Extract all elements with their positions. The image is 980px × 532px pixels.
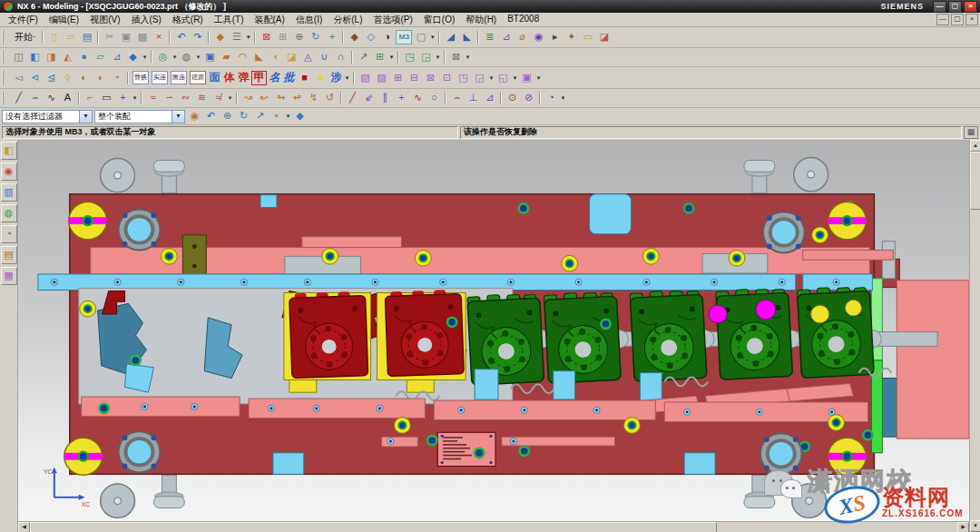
sm-flange-icon[interactable]: ◅ [11,71,26,85]
open-file-icon[interactable]: ▱ [63,30,78,44]
name-plate[interactable] [437,432,495,466]
magenta-insert[interactable] [756,300,776,320]
assembly-constraints-icon[interactable]: ⊞ [390,71,406,85]
chamfer-icon[interactable]: ◣ [251,50,267,64]
tangent-line-icon[interactable]: ⊿ [482,91,497,105]
right-extension-plates[interactable] [871,241,969,453]
scroll-right-arrow[interactable]: ▶ [957,522,969,532]
circle-center-icon[interactable]: ◔ [544,91,559,105]
body-button[interactable]: 体 [222,71,236,85]
spline-icon[interactable]: ∿ [44,91,59,105]
conic-icon[interactable]: ○ [426,91,442,105]
die-station-green-2[interactable] [544,291,621,383]
constraint-nav-icon[interactable]: ⊿ [498,30,514,44]
chevron-down-icon[interactable]: ▼ [172,111,184,123]
dropdown-arrow[interactable]: ▾ [512,71,518,85]
wave-geometry-icon[interactable]: ◳ [456,71,471,85]
yellow-cube-icon[interactable]: ■ [313,71,328,85]
menu-item[interactable]: 工具(T) [210,14,249,26]
cyan-lifter-rail[interactable] [38,274,872,291]
spring-button[interactable]: 弹 [237,71,250,85]
rectangle-icon[interactable]: ▭ [99,91,114,105]
render-style-button[interactable]: M3 [396,30,412,44]
sketch-icon[interactable]: ⊿ [109,50,124,64]
dropdown-arrow[interactable]: ▾ [344,71,350,85]
suppress-component-icon[interactable]: ⊡ [439,71,455,85]
wave-link-icon[interactable]: ◳ [402,50,417,64]
edge-blend-icon[interactable]: ◠ [235,50,250,64]
trim-body-icon[interactable]: ◪ [284,50,299,64]
mirror-feature-icon[interactable]: ◬ [300,50,316,64]
pull-face-icon[interactable]: ◣ [459,30,475,44]
unite-icon[interactable]: ∪ [317,50,332,64]
die-station-red-2[interactable] [385,290,464,377]
assembly-navigator-icon[interactable]: ◧ [1,142,17,160]
stretch-curve-icon[interactable]: ∾ [178,91,193,105]
die-station-red-1[interactable] [289,291,368,379]
fit-curve-icon[interactable]: ∿ [410,91,426,105]
datum-plane-icon[interactable]: ▱ [93,50,108,64]
vertical-scroll-thumb[interactable] [970,152,980,210]
line-icon[interactable]: ╱ [11,91,26,105]
format-sheet-icon[interactable]: ◪ [596,30,612,44]
close-button[interactable]: × [964,1,977,13]
scroll-left-arrow[interactable]: ◀ [18,522,30,532]
replace-component-icon[interactable]: ⊠ [423,71,438,85]
explode-icon[interactable]: ▣ [519,71,534,85]
pocket-icon[interactable]: ▣ [202,50,218,64]
angled-line-icon[interactable]: ⇙ [361,91,377,105]
vector-icon[interactable]: ↗ [252,109,268,123]
she-button[interactable]: 涉 [329,71,343,85]
sequence-icon[interactable]: ◱ [495,71,511,85]
wireframe-view-icon[interactable]: ◇ [363,30,378,44]
salmon-extension-plate[interactable] [897,281,969,438]
sm-bend-icon[interactable]: ◊ [60,71,75,85]
restore-button[interactable]: ▢ [948,1,962,13]
ruler-icon[interactable]: ▭ [580,30,595,44]
menu-item[interactable]: 窗口(O) [419,14,459,26]
display-part-icon[interactable]: ◫ [11,50,26,64]
reuse-library-icon[interactable]: ◍ [1,204,17,222]
circle-icon[interactable]: ⊙ [505,91,520,105]
pad-icon[interactable]: ▰ [219,50,234,64]
profile-icon[interactable]: ⌐ [83,91,98,105]
dropdown-arrow[interactable]: ▾ [227,91,233,105]
sm-rebend-icon[interactable]: ◗ [93,71,108,85]
delete-icon[interactable]: × [151,30,166,44]
selection-scope-combo[interactable]: 整个装配 ▼ [94,110,185,123]
studio-point-icon[interactable]: + [115,91,131,105]
dropdown-arrow[interactable]: ▾ [142,50,148,64]
start-menu-button[interactable]: 开始· [11,30,39,44]
promote-body-icon[interactable]: ◲ [418,50,434,64]
name-button[interactable]: 名 [268,71,281,85]
rotate-view-icon[interactable]: ↻ [308,30,323,44]
hole-icon[interactable]: ◎ [155,50,171,64]
yellow-insert[interactable] [811,305,829,323]
sm-hem-icon[interactable]: ⊴ [44,71,59,85]
redo-icon[interactable]: ↷ [190,30,205,44]
sphere-icon[interactable]: ● [76,50,92,64]
move-component-icon[interactable]: ▨ [374,71,389,85]
zoom-window-icon[interactable]: ⊞ [275,30,290,44]
project-curve-icon[interactable]: ↫ [289,91,305,105]
dropdown-arrow[interactable]: ▾ [172,50,178,64]
sm-contour-flange-icon[interactable]: ⊲ [27,71,43,85]
die-station-green-4[interactable] [716,287,793,379]
magenta-insert[interactable] [709,305,727,323]
red-cube-icon[interactable]: ■ [297,71,312,85]
menu-item[interactable]: 插入(S) [126,14,165,26]
sm-unbend-icon[interactable]: ◐ [76,71,92,85]
doc-minimize-button[interactable]: — [936,14,949,25]
add-component-icon[interactable]: ▧ [358,71,373,85]
sm-punch-icon[interactable]: ◔ [109,71,124,85]
status-grid-icon[interactable]: ▦ [964,126,978,139]
fit-view-icon[interactable]: ⊠ [259,30,274,44]
move-object-icon[interactable]: ↗ [356,50,371,64]
palette-icon[interactable]: ▦ [1,267,17,285]
menu-item[interactable]: 格式(R) [168,14,208,26]
part-navigator-icon[interactable]: ▥ [1,183,17,202]
shaded-pick-icon[interactable]: ◆ [292,109,308,123]
link-button[interactable]: 实连 [152,71,168,84]
history-icon[interactable]: ◔ [1,225,17,243]
snap-point-icon[interactable]: ◉ [531,30,546,44]
